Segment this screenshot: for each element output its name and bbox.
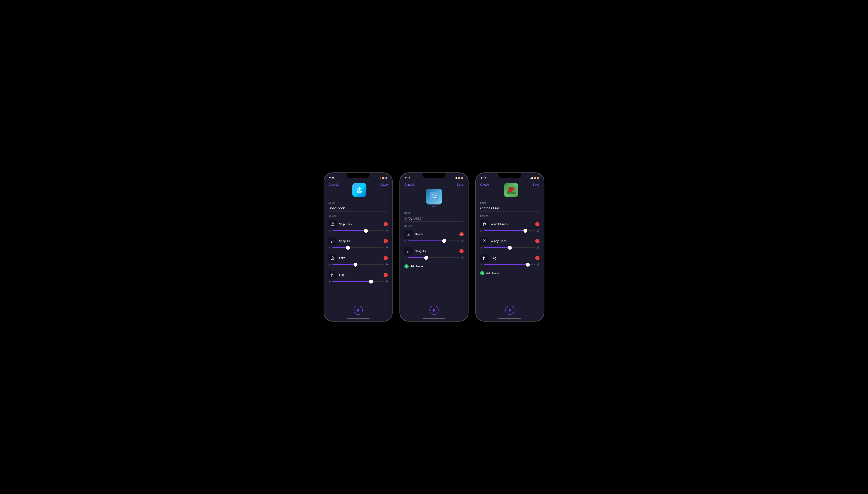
phones-container: 7:09 📶 ▓ Cancel (324, 173, 544, 321)
slider-seagulls-1[interactable] (332, 247, 384, 248)
nav-bar-2: Cancel Save (400, 182, 468, 189)
vol-low-windytrees: 🔈 (480, 246, 483, 249)
svg-rect-13 (513, 188, 513, 189)
vol-high-flag-2: 🔊 (537, 263, 540, 266)
status-icons-1: 📶 ▓ (378, 177, 387, 179)
noise-icon-seagulls-2 (404, 247, 413, 255)
noise-item-seagulls-2: Seagulls 🔈 🔊 (404, 245, 464, 262)
noise-icon-ship (328, 220, 337, 228)
vol-low-flag-1: 🔈 (328, 280, 331, 283)
nav-bar-1: Cancel Save (324, 182, 392, 199)
save-button-3[interactable]: Save (533, 183, 540, 187)
slider-windy-trees[interactable] (484, 247, 536, 248)
noise-item-ship-deck: Ship Deck 🔈 🔊 (328, 218, 388, 234)
app-icon-container-3 (504, 183, 518, 197)
name-label-3: NAME (480, 202, 540, 204)
app-icon-1[interactable] (352, 183, 366, 197)
play-icon-3 (509, 308, 512, 312)
play-icon-1 (357, 308, 360, 312)
app-icon-3[interactable] (504, 183, 518, 197)
remove-windy-trees[interactable] (535, 239, 540, 243)
wifi-icon-3: 📶 (534, 177, 536, 179)
name-input-1[interactable] (328, 205, 388, 211)
vol-low-lake: 🔈 (328, 263, 331, 266)
vol-high-beach: 🔊 (461, 240, 464, 242)
noise-name-seagulls-1: Seagulls (339, 240, 382, 243)
app-icon-container-1 (352, 183, 366, 197)
noises-label-3: NOISES (480, 215, 540, 217)
svg-rect-1 (429, 192, 439, 201)
noise-item-lake: Lake 🔈 🔊 (328, 252, 388, 268)
slider-lake[interactable] (332, 264, 384, 265)
slider-ship-deck[interactable] (332, 230, 384, 231)
noise-icon-lake (328, 254, 337, 262)
battery-icon-1: ▓ (385, 177, 387, 179)
remove-seagulls-1[interactable] (384, 239, 388, 243)
noises-label-2: NOISES (404, 225, 464, 227)
remove-flag-1[interactable] (384, 273, 388, 277)
cancel-button-1[interactable]: Cancel (328, 183, 338, 187)
noise-item-wind-chimes: Wind Chimes 🔈 🔊 (480, 218, 540, 234)
status-bar-2: 7:10 📶 ▓ (400, 173, 468, 182)
slider-wind-chimes[interactable] (484, 230, 536, 231)
svg-rect-7 (509, 190, 510, 192)
phone-3: 7:19 📶 ▓ Cancel (476, 173, 544, 321)
svg-rect-8 (509, 189, 509, 190)
signal-icon-3 (529, 177, 533, 179)
svg-rect-15 (507, 192, 516, 194)
vol-high-windchimes: 🔊 (537, 230, 540, 232)
home-indicator-2 (423, 318, 445, 319)
status-bar-3: 7:19 📶 ▓ (476, 173, 544, 182)
slider-flag-1[interactable] (332, 281, 384, 282)
name-input-2[interactable] (404, 215, 464, 222)
slider-beach[interactable] (408, 241, 460, 241)
wifi-icon-2: 📶 (458, 177, 461, 179)
home-indicator-3 (498, 318, 521, 319)
noise-name-seagulls-2: Seagulls (415, 250, 457, 253)
name-label-1: NAME (328, 202, 388, 204)
noise-name-ship-deck: Ship Deck (339, 223, 382, 226)
noise-name-lake: Lake (339, 256, 382, 260)
app-icon-2[interactable] (426, 189, 442, 205)
birds-svg (429, 192, 439, 201)
noise-name-wind-chimes: Wind Chimes (491, 223, 533, 226)
vol-high-seagulls-1: 🔊 (385, 246, 388, 249)
vol-high-flag-1: 🔊 (385, 280, 388, 283)
play-button-3[interactable] (505, 306, 515, 315)
slider-flag-2[interactable] (484, 264, 536, 265)
play-button-2[interactable] (429, 306, 439, 315)
add-noise-button-2[interactable]: + Add Noise (404, 262, 464, 271)
noise-name-flag-1: Flag (339, 273, 382, 277)
noise-item-windy-trees: Windy Trees 🔈 🔊 (480, 235, 540, 251)
farm-svg (507, 186, 516, 194)
play-button-1[interactable] (353, 306, 363, 315)
add-noise-button-3[interactable]: + Add Noise (480, 269, 540, 278)
add-noise-label-3: Add Noise (486, 272, 499, 275)
noise-icon-windytrees (480, 237, 489, 245)
add-icon-2: + (404, 264, 409, 268)
noise-icon-flag-2 (480, 254, 489, 262)
save-button-1[interactable]: Save (381, 183, 388, 187)
remove-lake[interactable] (384, 256, 388, 260)
remove-beach[interactable] (459, 232, 464, 236)
play-icon-2 (433, 308, 436, 312)
remove-ship-deck[interactable] (384, 222, 388, 226)
remove-wind-chimes[interactable] (535, 222, 540, 226)
name-input-3[interactable] (480, 205, 540, 211)
slider-seagulls-2[interactable] (408, 258, 460, 258)
wifi-icon-1: 📶 (382, 177, 385, 179)
remove-seagulls-2[interactable] (459, 249, 464, 253)
vol-low-seagulls-1: 🔈 (328, 246, 331, 249)
save-button-2[interactable]: Save (457, 183, 464, 187)
phone-content-3: NAME NOISES (476, 199, 544, 303)
noise-icon-seagulls-1 (328, 237, 337, 245)
edit-label-2[interactable]: Edit (432, 205, 436, 208)
battery-icon-3: ▓ (537, 177, 539, 179)
cancel-button-2[interactable]: Cancel (404, 183, 414, 187)
cancel-button-3[interactable]: Cancel (480, 183, 489, 187)
noise-icon-flag-1 (328, 271, 337, 279)
noise-item-flag-1: Flag 🔈 🔊 (328, 269, 388, 284)
svg-point-0 (332, 256, 334, 258)
remove-flag-2[interactable] (535, 256, 540, 260)
svg-rect-12 (510, 188, 510, 189)
